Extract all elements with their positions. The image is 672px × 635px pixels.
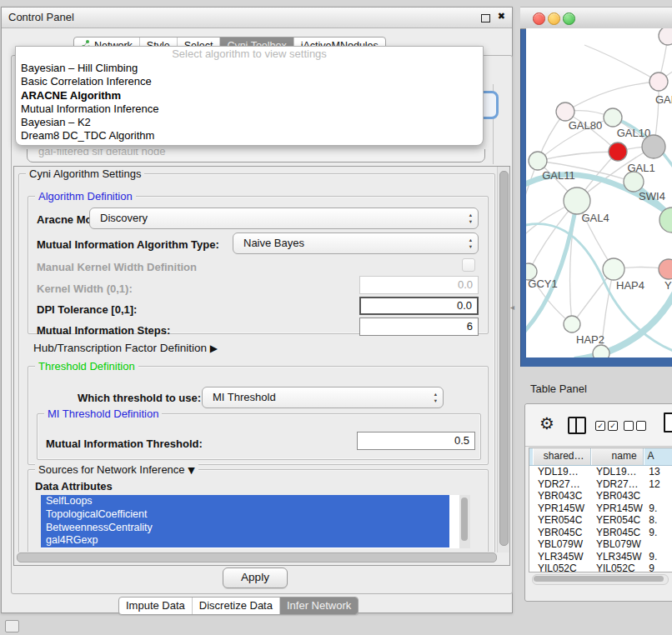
float-window-icon[interactable] <box>481 14 490 22</box>
table-row[interactable]: YBR045CYBR045C9. <box>529 527 672 539</box>
network-node[interactable] <box>659 28 672 45</box>
table-toolbar: ⚙ ✓✓ <box>525 404 672 447</box>
algorithm-option[interactable]: Mutual Information Inference <box>16 102 483 116</box>
table-row[interactable]: YLR345WYLR345W9. <box>529 551 672 563</box>
close-window-icon[interactable]: ✖ <box>498 11 505 22</box>
hub-expander-label: Hub/Transcription Factor Definition <box>33 342 207 354</box>
settings-vscroll-thumb[interactable] <box>499 171 509 546</box>
table-cell: YBL079W <box>533 538 591 551</box>
node-label-hap4: HAP4 <box>616 279 644 292</box>
which-threshold-combo[interactable]: MI Threshold ▴▾ <box>202 387 444 408</box>
node-label-gal4: GAL4 <box>581 212 609 224</box>
table-cell: 9 <box>644 562 672 572</box>
table-cell: 13 <box>644 466 672 478</box>
deselect-all-columns-icon[interactable] <box>624 421 646 431</box>
network-node-hap4[interactable] <box>603 258 624 280</box>
dpi-tolerance-label: DPI Tolerance [0,1]: <box>37 303 137 316</box>
hub-expander[interactable]: Hub/Transcription Factor Definition ▶ <box>33 342 218 354</box>
network-node-gal80[interactable] <box>556 102 574 121</box>
application-desktop: Control Panel ✖ NetworkStyleSelectCyni T… <box>0 0 672 635</box>
manual-kernel-checkbox <box>462 258 475 272</box>
mi-threshold-field[interactable]: 0.5 <box>357 432 475 450</box>
network-node[interactable] <box>609 142 627 161</box>
algorithm-dropdown-list: Select algorithm to view settings Bayesi… <box>15 46 484 146</box>
data-attribute-item[interactable]: TopologicalCoefficient <box>41 508 449 522</box>
data-attributes-label: Data Attributes <box>35 480 113 492</box>
network-node-swi4[interactable] <box>624 172 644 192</box>
network-node[interactable] <box>593 345 609 358</box>
data-attributes-list[interactable]: SelfLoopsTopologicalCoefficientBetweenne… <box>41 495 470 548</box>
splitter-collapse-icon[interactable]: ◂ <box>510 302 514 312</box>
network-node-gal4[interactable] <box>564 188 590 214</box>
table-row[interactable]: YIL052CYIL052C9 <box>529 562 672 572</box>
mi-type-combo[interactable]: Naive Bayes ▴▾ <box>233 232 479 254</box>
mi-threshold-label: Mutual Information Threshold: <box>46 438 203 450</box>
aracne-mode-combo[interactable]: Discovery ▴▾ <box>89 208 479 229</box>
mi-steps-label: Mutual Information Steps: <box>37 324 170 337</box>
node-label-swi4: SWI4 <box>639 190 665 202</box>
table-cell: YPR145W <box>533 502 591 515</box>
bottom-tab-discretize-data[interactable]: Discretize Data <box>192 598 279 614</box>
sources-title[interactable]: Sources for Network Inference ▼ <box>35 463 198 476</box>
mi-type-value: Naive Bayes <box>243 237 304 249</box>
network-node-y[interactable] <box>659 259 672 279</box>
minimize-traffic-light[interactable] <box>548 12 560 25</box>
bottom-tab-infer-network[interactable]: Infer Network <box>279 598 358 614</box>
network-node-hap2[interactable] <box>564 316 580 332</box>
table-cell: YDL19… <box>533 466 591 478</box>
network-window-titlebar[interactable] <box>520 7 672 29</box>
algorithm-definition-group: Algorithm Definition Aracne Mode: Discov… <box>28 196 489 334</box>
table-cell: YER054C <box>591 514 644 527</box>
gear-icon[interactable]: ⚙ <box>539 413 554 433</box>
network-canvas[interactable]: GALGAL80GAL10GAL1GAL11SWI4GAL4GCY1HAP4YH… <box>526 28 672 358</box>
node-label-gal11: GAL11 <box>542 169 575 182</box>
bottom-tab-impute-data[interactable]: Impute Data <box>119 598 192 614</box>
list-scrollbar[interactable] <box>459 495 470 548</box>
column-layout-icon[interactable] <box>568 417 586 434</box>
table-row[interactable]: YBR043CYBR043C <box>529 490 672 502</box>
network-node-gal[interactable] <box>649 72 668 91</box>
data-attribute-item[interactable]: BetweennessCentrality <box>41 522 449 535</box>
apply-button[interactable]: Apply <box>223 568 288 588</box>
select-all-columns-icon[interactable]: ✓✓ <box>595 421 618 431</box>
table-row[interactable]: YBL079WYBL079W <box>529 538 672 551</box>
new-table-icon[interactable] <box>664 412 672 432</box>
table-row[interactable]: YDR27…YDR27…12 <box>529 478 672 491</box>
table-horizontal-scrollbar[interactable] <box>532 574 669 585</box>
network-node-gal10[interactable] <box>604 108 622 127</box>
data-attribute-item[interactable]: gal4RGexp <box>41 534 449 548</box>
network-node-gal11[interactable] <box>529 152 547 170</box>
zoom-traffic-light[interactable] <box>563 12 575 25</box>
algorithm-option[interactable]: Dream8 DC_TDC Algorithm <box>16 129 483 142</box>
algorithm-option[interactable]: Bayesian – K2 <box>16 116 483 129</box>
combo-arrows-icon: ▴▾ <box>469 212 472 225</box>
dpi-tolerance-field[interactable]: 0.0 <box>359 297 479 315</box>
mi-steps-field[interactable]: 6 <box>359 318 479 336</box>
table-cell <box>644 538 672 551</box>
settings-hscroll-thumb[interactable] <box>17 552 497 562</box>
dock-panel-icon[interactable] <box>5 620 19 632</box>
table-cell: YBR045C <box>533 527 591 539</box>
settings-horizontal-scrollbar[interactable] <box>16 552 498 562</box>
table-row[interactable]: YDL19…YDL19…13 <box>529 466 672 478</box>
table-row[interactable]: YPR145WYPR145W9. <box>529 502 672 515</box>
data-attribute-item[interactable]: SelfLoops <box>41 495 449 508</box>
table-hscroll-thumb[interactable] <box>534 576 664 582</box>
network-nodes[interactable]: GALGAL80GAL10GAL1GAL11SWI4GAL4GCY1HAP4YH… <box>526 28 672 358</box>
kernel-width-label: Kernel Width (0,1): <box>37 282 133 295</box>
settings-vertical-scrollbar[interactable] <box>497 167 509 552</box>
algorithm-option[interactable]: Basic Correlation Inference <box>16 75 483 88</box>
table-cell: YLR345W <box>591 551 644 563</box>
algorithm-option[interactable]: Bayesian – Hill Climbing <box>16 62 483 75</box>
algorithm-dropdown-prompt: Select algorithm to view settings <box>16 47 483 62</box>
table-cell: YIL052C <box>591 562 644 572</box>
network-node-gal1[interactable] <box>642 135 665 158</box>
node-label-hap2: HAP2 <box>576 333 604 346</box>
algorithm-option[interactable]: ARACNE Algorithm <box>16 89 483 102</box>
close-traffic-light[interactable] <box>533 12 545 25</box>
list-scrollbar-thumb[interactable] <box>461 498 468 541</box>
table-row[interactable]: YER054CYER054C8. <box>529 514 672 527</box>
column-header-3[interactable]: A <box>644 448 672 465</box>
column-header-1[interactable]: shared… <box>533 448 591 465</box>
column-header-2[interactable]: name <box>591 448 644 465</box>
